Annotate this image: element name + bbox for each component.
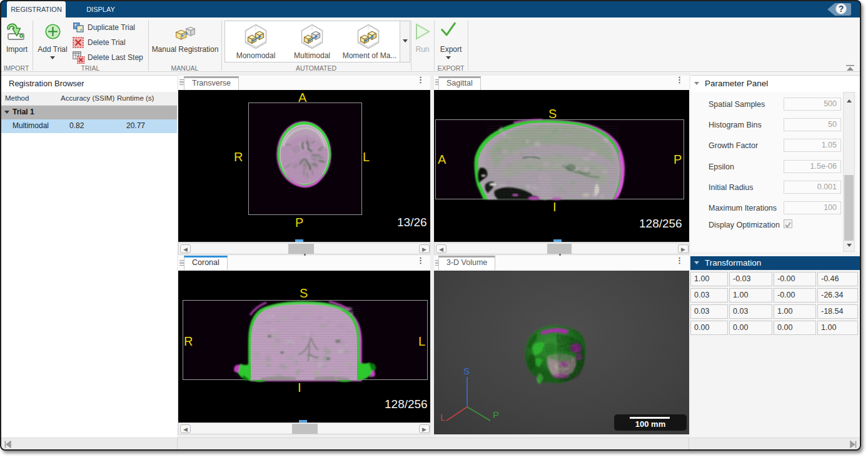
svg-text:?: ? <box>839 4 844 14</box>
svg-text:L: L <box>440 412 445 422</box>
svg-text:S: S <box>463 366 470 376</box>
svg-text:P: P <box>493 409 499 420</box>
